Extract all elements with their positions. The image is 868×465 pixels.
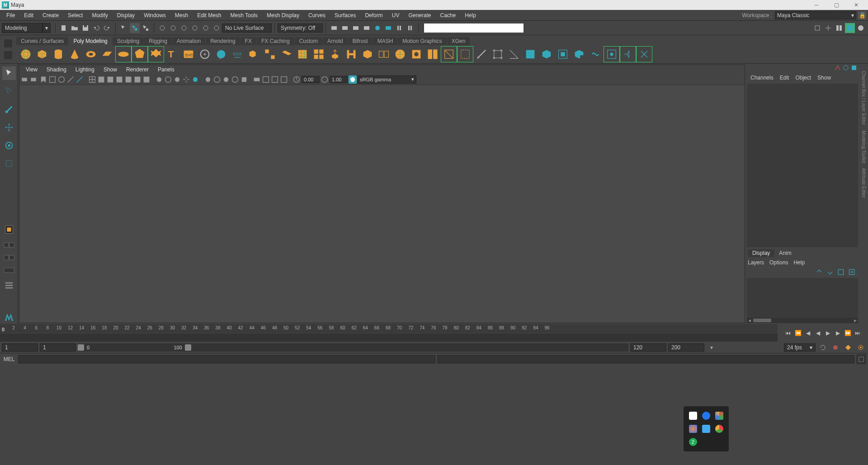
target-weld-icon[interactable] [458,47,473,62]
move-tool[interactable] [2,121,16,134]
layer-add-icon[interactable] [848,268,855,276]
shelf-tab-mash[interactable]: MASH [373,37,398,45]
step-back-key-button[interactable]: ⏪ [793,329,802,337]
tray-chrome-icon[interactable] [715,425,723,433]
shelf-tab-curves-surfaces[interactable]: Curves / Surfaces [16,37,68,45]
menu-edit-mesh[interactable]: Edit Mesh [193,10,226,20]
vp-shade-a-icon[interactable] [88,75,96,84]
range-slider[interactable]: 0 100 [78,343,628,352]
vp-light-e-icon[interactable] [191,75,199,84]
snap-plane-button[interactable] [190,23,200,33]
menu-uv[interactable]: UV [387,10,404,20]
poly-pipe-icon[interactable] [197,47,212,62]
quad-draw-e-icon[interactable] [588,47,603,62]
play-forward-button[interactable]: ▶ [823,329,832,337]
tray-notification-icon[interactable]: 2 [689,438,697,446]
select-tool[interactable] [2,66,16,80]
rotate-tool[interactable] [2,139,16,152]
poly-sphere-icon[interactable] [18,47,33,62]
poly-cube-icon[interactable] [34,47,50,62]
offset-edge-icon[interactable] [490,47,505,62]
vp-menu-show[interactable]: Show [100,66,121,73]
vp-iso-e-icon[interactable] [240,75,248,84]
minimize-button[interactable]: ─ [807,0,826,10]
open-scene-button[interactable] [70,23,80,33]
tab-channel-box-layer-editor[interactable]: Channel Box / Layer Editor [861,71,866,125]
poly-cone-icon[interactable] [67,47,82,62]
tab-anim[interactable]: Anim [774,249,796,257]
snap-live-button[interactable] [201,23,211,33]
menu-mesh-display[interactable]: Mesh Display [262,10,304,20]
tab-object[interactable]: Object [793,74,814,82]
quad-draw-a-icon[interactable] [523,47,538,62]
vp-camera-lock-icon[interactable] [30,75,38,84]
time-slider[interactable]: 0 24681012141618202224262830323436384042… [0,324,778,333]
reload-icon[interactable] [843,65,849,71]
symmetry-selector[interactable]: Symmetry: Off [278,23,323,33]
vp-xray-d-icon[interactable] [280,75,288,84]
poly-plane-icon[interactable] [99,47,115,62]
undo-button[interactable] [91,23,101,33]
vp-image-plane-icon[interactable] [48,75,57,84]
menu-curves[interactable]: Curves [304,10,330,20]
prefs-button[interactable] [856,343,866,352]
tab-attribute-editor[interactable]: Attribute Editor [861,168,866,198]
vp-shade-b-icon[interactable] [97,75,105,84]
quad-draw-c-icon[interactable] [555,47,571,62]
anim-start-field[interactable]: 1 [2,343,38,352]
paint-select-tool[interactable] [2,103,16,116]
tab-show[interactable]: Show [815,74,834,82]
poly-superellipse-icon[interactable] [148,47,164,62]
pause-button[interactable] [405,23,415,33]
vp-exposure-reset-icon[interactable] [292,75,301,84]
menu-select[interactable]: Select [63,10,87,20]
snap-grid-button[interactable] [157,23,167,33]
sculpt-c-icon[interactable] [637,47,652,62]
vp-xray-c-icon[interactable] [271,75,279,84]
menu-set-dropdown-icon[interactable]: ▾ [42,23,51,33]
layer-up-icon[interactable] [816,268,823,276]
shelf-tab-animation[interactable]: Animation [172,37,205,45]
poly-platonic-icon[interactable] [132,47,147,62]
go-to-end-button[interactable]: ⏭ [853,329,862,337]
render-frame-button[interactable] [340,23,350,33]
poly-type-icon[interactable]: T [165,47,180,62]
boolean-icon[interactable] [278,47,294,62]
step-back-button[interactable]: ◀ [803,329,812,337]
quad-draw-b-icon[interactable] [539,47,554,62]
svg-import-icon[interactable]: SVG [181,47,196,62]
insert-edge-icon[interactable] [474,47,489,62]
vp-menu-renderer[interactable]: Renderer [123,66,152,73]
playblast-button[interactable] [394,23,404,33]
sidebar-tool-d-icon[interactable] [845,23,855,33]
bridge-icon[interactable] [344,47,359,62]
render-sequence-button[interactable] [362,23,372,33]
maya-home-icon[interactable] [2,310,16,324]
fps-selector[interactable]: 24 fps ▾ [784,343,816,352]
vp-xray-b-icon[interactable] [262,75,270,84]
shelf-tab-xgen[interactable]: XGen [447,37,470,45]
vp-menu-panels[interactable]: Panels [154,66,178,73]
step-forward-key-button[interactable]: ⏩ [843,329,852,337]
menu-windows[interactable]: Windows [139,10,170,20]
vp-colorspace-icon[interactable] [349,75,357,84]
vp-menu-shading[interactable]: Shading [43,66,70,73]
menu-set-selector[interactable]: Modeling [2,23,42,33]
layer-menu-help[interactable]: Help [793,259,805,266]
tray-bluetooth-icon[interactable] [702,412,710,420]
poly-cylinder-icon[interactable] [51,47,66,62]
layout-four-b-icon[interactable] [3,254,15,262]
menu-surfaces[interactable]: Surfaces [330,10,360,20]
layout-two-icon[interactable] [3,266,15,274]
select-by-hierarchy-button[interactable] [119,23,129,33]
time-slider-track[interactable] [0,333,778,342]
range-end-handle[interactable] [185,344,191,351]
playback-end-field[interactable]: 120 [630,343,666,352]
multi-cut-icon[interactable] [441,47,457,62]
vp-iso-c-icon[interactable] [222,75,230,84]
layout-single-icon[interactable] [2,223,16,236]
sidebar-tool-a-icon[interactable] [812,23,822,33]
snap-point-button[interactable] [179,23,189,33]
combine-icon[interactable] [246,47,261,62]
tray-app-a-icon[interactable] [689,412,697,420]
